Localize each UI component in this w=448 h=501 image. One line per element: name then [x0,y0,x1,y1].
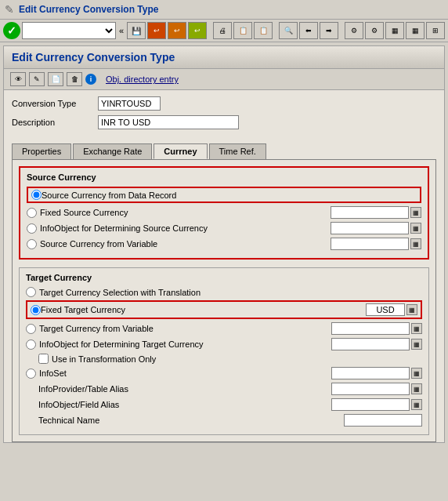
form-area: Conversion Type Description [4,90,444,140]
source-currency-variable-btn[interactable]: ▦ [410,238,421,249]
settings-button2[interactable]: ⚙ [365,22,384,39]
settings-button1[interactable]: ⚙ [345,22,363,39]
source-currency-radio4[interactable] [27,239,37,249]
action-btn-3[interactable]: 📄 [48,72,63,86]
use-in-transformation-checkbox[interactable] [38,354,49,364]
source-currency-option1-row: Source Currency from Data Record [27,187,421,203]
infoprovider-field[interactable] [331,383,410,395]
target-currency-option4-row: InfoObject for Determining Target Curren… [26,338,422,350]
technical-name-row: Technical Name [26,414,422,427]
settings-button5[interactable]: ⊞ [426,22,445,39]
tab-exchange-rate[interactable]: Exchange Rate [73,143,152,159]
title-bar: ✎ Edit Currency Conversion Type [0,0,448,20]
infoobject-field-label: InfoObject/Field Alias [26,400,328,409]
target-currency-variable-btn[interactable]: ▦ [411,323,422,334]
save-button[interactable]: 💾 [127,22,146,39]
tab-content-currency: Source Currency Source Currency from Dat… [12,159,436,442]
action-toolbar: 👁 ✎ 📄 🗑 i Obj. directory entry [4,69,444,90]
source-currency-variable-field[interactable] [331,238,409,250]
fixed-source-currency-btn[interactable]: ▦ [410,207,421,218]
title-bar-text: Edit Currency Conversion Type [19,4,158,15]
tabs-container: Properties Exchange Rate Currney Time Re… [12,143,436,159]
target-currency-title: Target Currency [26,273,422,282]
source-currency-label4: Source Currency from Variable [40,239,327,249]
edit-icon: ✎ [5,3,14,16]
page-title: Edit Currency Conversion Type [4,46,444,69]
infoobject-field-row: InfoObject/Field Alias ▦ [26,398,422,411]
conversion-type-label: Conversion Type [12,99,98,108]
confirm-button[interactable]: ✓ [3,22,20,39]
infoobject-source-currency-field[interactable] [331,222,409,234]
target-currency-radio2[interactable] [31,305,41,315]
obj-directory-entry-link[interactable]: Obj. directory entry [103,74,182,84]
infoprovider-row: InfoProvider/Table Alias ▦ [26,383,422,395]
find-button3[interactable]: ➡ [320,22,338,39]
description-row: Description [12,115,436,129]
toolbar-dropdown[interactable] [22,22,116,39]
source-currency-label1: Source Currency from Data Record [42,191,417,200]
tab-currency[interactable]: Currney [154,143,207,159]
source-currency-radio3[interactable] [27,223,37,234]
infoset-field[interactable] [331,367,410,379]
settings-button4[interactable]: ▦ [406,22,425,39]
source-currency-section: Source Currency Source Currency from Dat… [19,166,429,260]
fixed-source-currency-field[interactable] [331,206,409,219]
description-label: Description [12,118,98,127]
find-button1[interactable]: 🔍 [279,22,298,39]
target-currency-radio4[interactable] [26,339,36,350]
settings-button3[interactable]: ▦ [385,22,404,39]
conversion-type-input[interactable] [98,96,161,111]
infoobject-target-currency-btn[interactable]: ▦ [411,339,422,350]
infoprovider-label: InfoProvider/Table Alias [26,384,328,394]
action-btn-2[interactable]: ✎ [29,72,45,86]
source-currency-option4-row: Source Currency from Variable ▦ [27,238,421,250]
technical-name-label: Technical Name [26,416,341,425]
main-content: Edit Currency Conversion Type 👁 ✎ 📄 🗑 i … [3,45,445,443]
infoobject-field-btn[interactable]: ▦ [411,399,422,410]
target-currency-label4: InfoObject for Determining Target Curren… [39,339,328,349]
fixed-target-currency-input[interactable] [366,303,405,316]
nav-separator: « [117,26,125,35]
source-currency-radio1[interactable] [31,190,42,200]
source-currency-title: Source Currency [27,172,421,182]
target-currency-radio1[interactable] [26,287,36,297]
action-btn-1[interactable]: 👁 [10,72,26,86]
use-in-transformation-label: Use in Transformation Only [52,354,156,364]
infoset-row: InfoSet ▦ [26,367,422,379]
target-currency-variable-field[interactable] [331,322,410,335]
target-currency-label1: Target Currency Selection with Translati… [39,288,422,297]
technical-name-field[interactable] [344,414,422,427]
infoobject-source-currency-btn[interactable]: ▦ [410,223,421,234]
source-currency-option2-row: Fixed Source Currency ▦ [27,206,421,219]
target-currency-option1-row: Target Currency Selection with Translati… [26,287,422,297]
infoset-radio[interactable] [26,368,36,379]
target-currency-section: Target Currency Target Currency Selectio… [19,267,429,435]
main-toolbar: ✓ « 💾 ↩ ↩ ↩ 🖨 📋 📋 🔍 ⬅ ➡ ⚙ ⚙ ▦ ▦ ⊞ [0,20,448,42]
undo-button2[interactable]: ↩ [168,22,186,39]
target-currency-option2-row: Fixed Target Currency ▦ [26,300,422,319]
undo-button1[interactable]: ↩ [147,22,166,39]
target-currency-option3-row: Target Currency from Variable ▦ [26,322,422,335]
source-currency-radio2[interactable] [27,208,37,218]
print-button2[interactable]: 📋 [233,22,252,39]
infoset-label: InfoSet [39,368,328,378]
infoset-btn[interactable]: ▦ [411,368,422,379]
target-currency-label2: Fixed Target Currency [41,305,366,314]
info-icon: i [85,74,96,85]
infoobject-target-currency-field[interactable] [331,338,410,350]
tab-time-ref[interactable]: Time Ref. [209,143,266,159]
source-currency-label2: Fixed Source Currency [40,208,327,217]
infoobject-field-input[interactable] [331,398,410,411]
conversion-type-row: Conversion Type [12,96,436,111]
source-currency-label3: InfoObject for Determining Source Curren… [40,223,327,233]
print-button3[interactable]: 📋 [254,22,273,39]
infoprovider-btn[interactable]: ▦ [411,383,422,394]
fixed-target-currency-btn[interactable]: ▦ [406,304,417,315]
tab-properties[interactable]: Properties [12,143,71,159]
description-input[interactable] [98,115,239,129]
target-currency-radio3[interactable] [26,324,36,334]
find-button2[interactable]: ⬅ [299,22,318,39]
undo-button3[interactable]: ↩ [188,22,207,39]
print-button1[interactable]: 🖨 [213,22,232,39]
action-btn-4[interactable]: 🗑 [67,72,82,86]
